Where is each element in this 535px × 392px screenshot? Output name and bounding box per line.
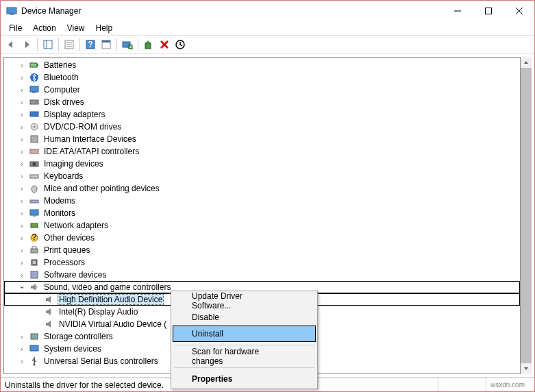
node-mice[interactable]: ›Mice and other pointing devices (4, 182, 520, 195)
svg-rect-40 (30, 210, 38, 215)
scroll-thumb[interactable] (521, 68, 532, 363)
svg-rect-37 (30, 175, 38, 178)
node-keyboards[interactable]: ›Keyboards (4, 170, 520, 182)
expand-icon[interactable]: › (16, 197, 27, 205)
vertical-scrollbar[interactable] (521, 57, 532, 374)
menu-help[interactable]: Help (90, 22, 119, 34)
scroll-track[interactable] (521, 68, 532, 363)
menubar: File Action View Help (1, 21, 534, 35)
ctx-update--driver[interactable]: Update Driver Software... (173, 293, 316, 309)
svg-rect-41 (33, 215, 36, 217)
ctx-separator (174, 367, 314, 368)
expand-icon[interactable]: › (16, 160, 27, 168)
scroll-up-button[interactable] (521, 57, 532, 68)
monitor-icon (29, 208, 40, 219)
expand-icon[interactable]: › (16, 222, 27, 230)
node-modems[interactable]: ›Modems (4, 195, 520, 207)
camera-icon (29, 158, 40, 169)
svg-rect-49 (31, 271, 38, 278)
expand-icon[interactable]: › (16, 358, 27, 365)
svg-point-36 (33, 162, 36, 166)
menu-view[interactable]: View (62, 22, 90, 34)
window-title: Device Manager (21, 6, 442, 16)
system-icon (29, 343, 40, 354)
back-button[interactable] (3, 37, 18, 52)
ctx-uninstall[interactable]: Uninstall (173, 326, 316, 342)
expand-icon[interactable]: › (16, 148, 27, 156)
node-bluetooth[interactable]: ›Bluetooth (4, 71, 520, 84)
svg-rect-48 (33, 261, 36, 264)
expand-icon[interactable]: › (16, 247, 27, 254)
toolbar-separator (116, 38, 117, 51)
context-menu: Update Driver Software... Disable Uninst… (171, 291, 318, 389)
svg-rect-1 (10, 14, 14, 15)
ctx-properties[interactable]: Properties (173, 371, 316, 387)
software-icon (29, 269, 40, 280)
scroll-down-button[interactable] (521, 363, 532, 374)
expand-icon[interactable]: › (16, 99, 27, 106)
window-controls (442, 1, 534, 21)
action-sheet-icon[interactable] (99, 37, 114, 52)
properties-icon[interactable] (62, 37, 77, 52)
svg-rect-27 (32, 92, 36, 93)
menu-file[interactable]: File (3, 22, 27, 34)
expand-icon[interactable]: › (16, 123, 27, 131)
watermark: wsxdn.com (486, 378, 534, 391)
node-diskdrives[interactable]: ›Disk drives (4, 96, 520, 108)
svg-rect-28 (30, 100, 38, 104)
node-processors[interactable]: ›Processors (4, 256, 520, 269)
status-spacer (438, 378, 486, 391)
show-hide-console-tree-icon[interactable] (40, 37, 55, 52)
toolbar-separator (138, 38, 138, 51)
expand-icon[interactable]: › (16, 86, 27, 94)
expand-icon[interactable]: › (16, 111, 27, 119)
update-driver-icon[interactable] (141, 37, 156, 52)
maximize-button[interactable] (473, 1, 503, 21)
dvd-icon (29, 121, 40, 132)
help-icon[interactable]: ? (83, 37, 98, 52)
disable-icon[interactable] (173, 37, 188, 52)
node-hid[interactable]: ›Human Interface Devices (4, 133, 520, 145)
expand-icon[interactable]: › (16, 234, 27, 242)
scan-hardware-icon[interactable] (120, 37, 135, 52)
node-imaging[interactable]: ›Imaging devices (4, 158, 520, 170)
app-icon (6, 5, 17, 16)
ide-icon (29, 146, 40, 157)
collapse-icon[interactable]: › (18, 282, 26, 293)
svg-rect-23 (30, 63, 37, 67)
expand-icon[interactable]: › (16, 259, 27, 267)
node-displayadapters[interactable]: ›Display adapters (4, 108, 520, 121)
node-computer[interactable]: ›Computer (4, 84, 520, 96)
expand-icon[interactable]: › (16, 185, 27, 193)
expand-icon[interactable]: › (16, 136, 27, 143)
node-monitors[interactable]: ›Monitors (4, 207, 520, 219)
uninstall-icon[interactable] (157, 37, 172, 52)
node-netadapters[interactable]: ›Network adapters (4, 219, 520, 232)
expand-icon[interactable]: › (16, 345, 27, 353)
expand-icon[interactable]: › (16, 271, 27, 279)
tree-area: ›Batteries ›Bluetooth ›Computer ›Disk dr… (1, 54, 534, 378)
expand-icon[interactable]: › (16, 210, 27, 217)
expand-icon[interactable]: › (16, 333, 27, 341)
expand-icon[interactable]: › (16, 62, 27, 69)
svg-point-29 (36, 101, 37, 103)
node-dvdcd[interactable]: ›DVD/CD-ROM drives (4, 121, 520, 133)
ctx-disable[interactable]: Disable (173, 309, 316, 326)
node-softdev[interactable]: ›Software devices (4, 269, 520, 281)
svg-rect-46 (32, 247, 36, 249)
minimize-button[interactable] (442, 1, 473, 21)
node-otherdev[interactable]: ›?Other devices (4, 232, 520, 244)
expand-icon[interactable]: › (16, 173, 27, 180)
node-printqueues[interactable]: ›Print queues (4, 244, 520, 256)
menu-action[interactable]: Action (27, 22, 61, 34)
svg-text:?: ? (32, 233, 37, 242)
node-batteries[interactable]: ›Batteries (4, 59, 520, 71)
node-ide[interactable]: ›IDE ATA/ATAPI controllers (4, 145, 520, 158)
expand-icon[interactable]: › (16, 74, 27, 82)
forward-button[interactable] (19, 37, 34, 52)
svg-rect-19 (145, 43, 151, 49)
svg-point-52 (34, 364, 36, 366)
close-button[interactable] (503, 1, 534, 21)
storage-icon (29, 331, 40, 342)
ctx-scan-hardware[interactable]: Scan for hardware changes (173, 348, 316, 365)
